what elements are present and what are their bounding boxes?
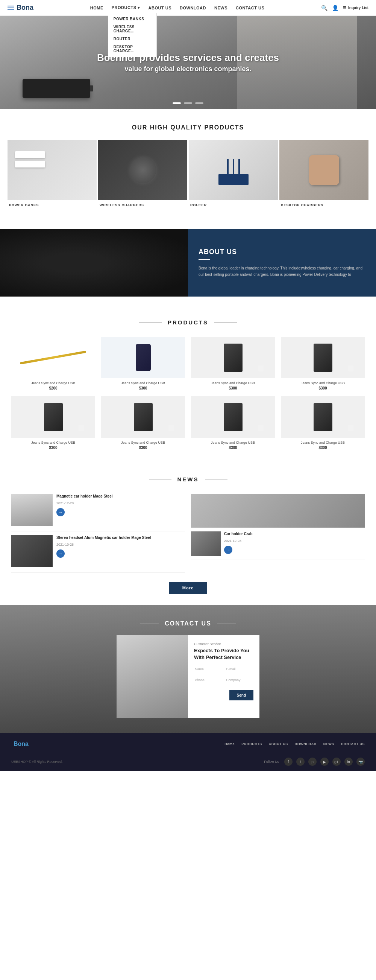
news-title-1: Magnetic car holder Mage Steel [56, 494, 185, 499]
dropdown-wireless[interactable]: WIRELESS CHARGE... [108, 23, 156, 35]
nav-contact[interactable]: CONTACT US [236, 6, 264, 10]
footer-nav-products[interactable]: PRODUCTS [241, 742, 262, 746]
products-list-section: PRODUCTS Jeans Sync and Charge USB $200 … [0, 304, 376, 465]
power-banks-label: POWER BANKS [8, 200, 97, 210]
product-card-router[interactable]: ROUTER [189, 140, 278, 210]
product-card-desktop[interactable]: DESKTOP CHARGERS [279, 140, 368, 210]
product-name-6: Jeans Sync and Charge USB [101, 441, 185, 444]
router-label: ROUTER [189, 200, 278, 210]
social-youtube-icon[interactable]: ▶ [320, 757, 328, 766]
product-item-4[interactable]: Jeans Sync and Charge USB $300 [281, 337, 365, 390]
form-row-2 [194, 676, 254, 684]
logo-icon [8, 6, 14, 10]
footer-logo[interactable]: Bona [11, 741, 29, 748]
news-card-1: Magnetic car holder Mage Steel 2021-12-2… [11, 494, 185, 531]
nav-home[interactable]: HOME [90, 6, 103, 10]
nav-links: HOME PRODUCTS ▾ POWER BANKS WIRELESS CHA… [90, 5, 265, 10]
social-pinterest-icon[interactable]: p [308, 757, 317, 766]
inquiry-button[interactable]: ☰ Inquiry List [343, 6, 368, 10]
customer-service-label: Customer Service [194, 642, 254, 646]
social-googleplus-icon[interactable]: g+ [332, 757, 341, 766]
power-banks-image [8, 140, 97, 200]
news-grid: Magnetic car holder Mage Steel 2021-12-2… [11, 494, 365, 573]
dropdown-router[interactable]: ROUTER [108, 35, 156, 43]
news-card-2: Car holder Crab 2021-12-28 → [191, 531, 365, 560]
company-input[interactable] [225, 676, 254, 684]
nav-about[interactable]: ABOUT US [149, 6, 171, 10]
news-card-3-wrap: Stereo headset Alum Magnetic car holder … [11, 535, 185, 573]
product-img-2 [101, 337, 185, 378]
product-img-6 [101, 396, 185, 438]
product-card-wireless[interactable]: WIRELESS CHARGERS [98, 140, 187, 210]
footer-nav: Home PRODUCTS ABOUT US DOWNLOAD NEWS CON… [224, 742, 365, 746]
product-item-2[interactable]: Jeans Sync and Charge USB $300 [101, 337, 185, 390]
news-thumb-1 [11, 494, 52, 526]
logo[interactable]: Bona [8, 4, 33, 12]
about-title: ABOUT US [198, 248, 365, 260]
list-icon: ☰ [343, 6, 346, 10]
footer-nav-download[interactable]: DOWNLOAD [295, 742, 317, 746]
footer-nav-news[interactable]: NEWS [324, 742, 334, 746]
nav-products-wrapper: PRODUCTS ▾ POWER BANKS WIRELESS CHARGE..… [112, 5, 140, 10]
product-name-1: Jeans Sync and Charge USB [11, 381, 95, 385]
product-name-2: Jeans Sync and Charge USB [101, 381, 185, 385]
hero-dot-1[interactable] [173, 102, 181, 104]
news-info-2: Car holder Crab 2021-12-28 → [224, 531, 365, 554]
navbar: Bona HOME PRODUCTS ▾ POWER BANKS WIRELES… [0, 0, 376, 16]
hero-subtitle: value for global electronics companies. [124, 65, 251, 73]
hero-dots [173, 102, 203, 104]
search-icon[interactable]: 🔍 [321, 5, 327, 11]
about-image [0, 229, 188, 297]
products-list-title: PRODUCTS [11, 319, 365, 326]
product-item-5[interactable]: Jeans Sync and Charge USB $300 [11, 396, 95, 450]
nav-download[interactable]: DOWNLOAD [180, 6, 206, 10]
product-item-1[interactable]: Jeans Sync and Charge USB $200 [11, 337, 95, 390]
form-send-row: Send [194, 687, 254, 700]
product-img-5 [11, 396, 95, 438]
product-price-6: $300 [101, 445, 185, 450]
name-input[interactable] [194, 665, 222, 673]
product-item-3[interactable]: Jeans Sync and Charge USB $300 [191, 337, 275, 390]
social-linkedin-icon[interactable]: in [344, 757, 353, 766]
news-arrow-1[interactable]: → [56, 508, 65, 516]
product-price-3: $300 [191, 386, 275, 390]
product-price-7: $300 [191, 445, 275, 450]
social-instagram-icon[interactable]: 📷 [357, 757, 365, 766]
news-title-3: Stereo headset Alum Magnetic car holder … [56, 535, 185, 541]
footer-nav-contact[interactable]: CONTACT US [341, 742, 365, 746]
product-card-power-banks[interactable]: POWER BANKS [8, 140, 97, 210]
footer-top: Bona Home PRODUCTS ABOUT US DOWNLOAD NEW… [11, 741, 365, 753]
news-arrow-2[interactable]: → [224, 546, 232, 554]
news-section: NEWS Magnetic car holder Mage Steel 2021… [0, 465, 376, 605]
dropdown-desktop[interactable]: DESKTOP CHARGE... [108, 43, 156, 55]
news-section-title: NEWS [11, 476, 365, 482]
footer-nav-about[interactable]: ABOUT US [269, 742, 288, 746]
news-arrow-3[interactable]: → [56, 549, 65, 558]
more-button[interactable]: More [169, 582, 207, 594]
dropdown-power-banks[interactable]: POWER BANKS [108, 15, 156, 23]
news-right-img [191, 494, 365, 528]
products-dropdown: POWER BANKS WIRELESS CHARGE... ROUTER DE… [108, 13, 157, 57]
product-item-7[interactable]: Jeans Sync and Charge USB $300 [191, 396, 275, 450]
news-date-1: 2021-12-28 [56, 501, 185, 505]
nav-products[interactable]: PRODUCTS ▾ [112, 5, 140, 10]
news-date-2: 2021-12-28 [224, 539, 365, 542]
router-image [189, 140, 278, 200]
about-text: Bona is the global leader in charging te… [198, 265, 365, 278]
contact-title: CONTACT US [11, 620, 365, 627]
user-icon[interactable]: 👤 [332, 5, 338, 11]
hero-dot-3[interactable] [195, 102, 203, 104]
nav-news[interactable]: NEWS [214, 6, 227, 10]
email-input[interactable] [225, 665, 254, 673]
product-item-8[interactable]: Jeans Sync and Charge USB $300 [281, 396, 365, 450]
contact-inner: CONTACT US Customer Service Expects To P… [11, 620, 365, 718]
product-item-6[interactable]: Jeans Sync and Charge USB $300 [101, 396, 185, 450]
product-price-8: $300 [281, 445, 365, 450]
footer-nav-home[interactable]: Home [224, 742, 235, 746]
social-twitter-icon[interactable]: t [296, 757, 305, 766]
social-facebook-icon[interactable]: f [284, 757, 292, 766]
phone-input[interactable] [194, 676, 222, 684]
hero-dot-2[interactable] [184, 102, 192, 104]
news-info-1: Magnetic car holder Mage Steel 2021-12-2… [56, 494, 185, 526]
send-button[interactable]: Send [229, 690, 254, 700]
